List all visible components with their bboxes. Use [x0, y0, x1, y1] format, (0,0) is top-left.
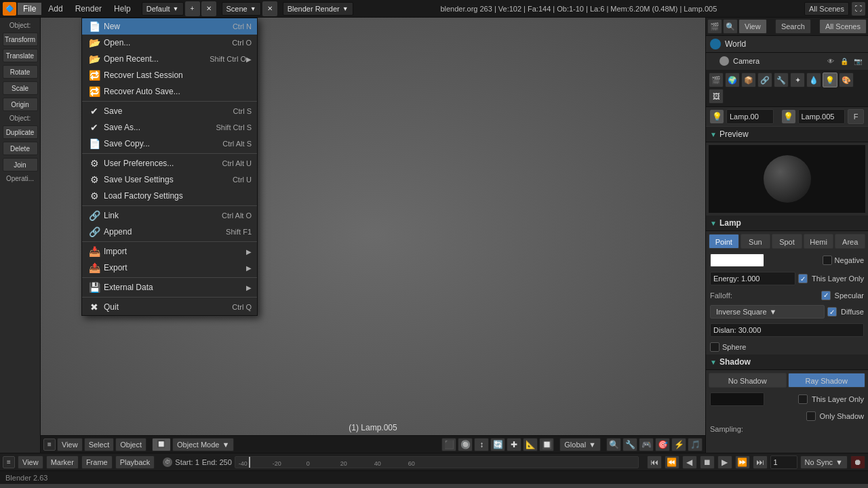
lamp-type-hemi[interactable]: Hemi [804, 234, 834, 249]
camera-restrict-btn[interactable]: 🔒 [838, 55, 850, 67]
jump-end-btn[interactable]: ⏭ [753, 455, 768, 469]
menu-item-open[interactable]: 📂 Open... Ctrl O [82, 35, 257, 51]
lamp-field[interactable]: Lamp.005 [798, 109, 846, 124]
menu-item-export[interactable]: 📤 Export ▶ [82, 260, 257, 276]
prop-tab-constraints[interactable]: 🔗 [757, 73, 772, 87]
view-btn[interactable]: View [57, 438, 83, 451]
vt-icon-1[interactable]: ⬛ [441, 438, 456, 451]
close-workspace-btn[interactable]: ✕ [201, 1, 216, 16]
prop-tab-particles[interactable]: ✦ [790, 73, 805, 87]
dist-field[interactable]: Dislan: 30.000 [710, 323, 864, 337]
diffuse-checkbox[interactable] [827, 307, 837, 317]
sidebar-delete-btn[interactable]: Delete [3, 142, 38, 155]
ray-shadow-btn[interactable]: Ray Shadow [788, 373, 866, 388]
vt-icon-10[interactable]: 🎮 [639, 438, 654, 451]
shadow-section-header[interactable]: ▼ Shadow [706, 354, 868, 370]
menu-item-save-copy[interactable]: 📄 Save Copy... Ctrl Alt S [82, 136, 257, 152]
next-frame-btn[interactable]: ⏩ [735, 455, 750, 469]
vt-icon-3[interactable]: ↕ [474, 438, 489, 451]
workspace-selector[interactable]: Default ▼ [142, 2, 184, 16]
menu-render[interactable]: Render [70, 3, 107, 15]
timeline-track[interactable]: -40 -20 0 20 40 60 [235, 456, 639, 468]
timeline-frame-btn[interactable]: Frame [81, 455, 113, 469]
camera-visibility-btn[interactable]: 👁 [825, 55, 837, 67]
current-frame-field[interactable]: 1 [770, 455, 797, 469]
preview-header[interactable]: ▼ Preview [706, 127, 868, 142]
timeline-playback-btn[interactable]: Playback [115, 455, 155, 469]
specular-checkbox[interactable] [821, 291, 831, 300]
sidebar-join-btn[interactable]: Join [3, 158, 38, 171]
menu-item-save-user[interactable]: ⚙ Save User Settings Ctrl U [82, 171, 257, 188]
menu-help[interactable]: Help [108, 3, 136, 15]
lamp-type-point[interactable]: Point [709, 234, 739, 249]
prop-tab-material[interactable]: 🎨 [839, 73, 854, 87]
timeline-record-btn[interactable]: ⏺ [850, 455, 865, 469]
menu-item-recover-last[interactable]: 🔁 Recover Last Session [82, 67, 257, 83]
sphere-checkbox[interactable] [710, 342, 719, 352]
lamp-type-area[interactable]: Area [835, 234, 865, 249]
timeline-marker-btn[interactable]: Marker [46, 455, 79, 469]
vt-icon-4[interactable]: 🔄 [490, 438, 505, 451]
vt-icon-7[interactable]: 🔲 [539, 438, 554, 451]
only-shadow-checkbox[interactable] [806, 411, 816, 421]
3d-viewport[interactable]: X Y Z (1) Lamp.005 📄 New Ctrl N 📂 Open..… [41, 18, 705, 453]
object-mode-btn[interactable]: Object Mode ▼ [172, 438, 234, 451]
inverse-square-btn[interactable]: Inverse Square ▼ [710, 305, 825, 319]
menu-item-link[interactable]: 🔗 Link Ctrl Alt O [82, 207, 257, 224]
prop-tab-scene[interactable]: 🎬 [709, 73, 724, 87]
menu-item-append[interactable]: 🔗 Append Shift F1 [82, 224, 257, 240]
viewport-object-icon[interactable]: 🔲 [152, 438, 171, 451]
vt-icon-13[interactable]: 🎵 [688, 438, 703, 451]
shadow-thislayer-checkbox[interactable] [798, 394, 808, 404]
negative-checkbox[interactable] [823, 256, 832, 265]
prop-tab-texture[interactable]: 🖼 [709, 89, 724, 104]
prop-tab-object[interactable]: 📦 [741, 73, 756, 87]
rp-icon-1[interactable]: 🎬 [707, 19, 722, 34]
jump-start-btn[interactable]: ⏮ [647, 455, 662, 469]
vt-icon-12[interactable]: ⚡ [671, 438, 686, 451]
search-tab-btn[interactable]: Search [775, 19, 811, 34]
menu-item-new[interactable]: 📄 New Ctrl N [82, 18, 257, 35]
this-layer-only-checkbox[interactable] [798, 274, 808, 283]
scene-close-btn[interactable]: ✕ [262, 1, 277, 16]
menu-item-recover-auto[interactable]: 🔁 Recover Auto Save... [82, 83, 257, 100]
vt-icon-5[interactable]: ✚ [507, 438, 521, 451]
scene-selector[interactable]: Scene ▼ [222, 2, 261, 16]
sidebar-translate-btn[interactable]: Translate [3, 49, 38, 62]
energy-field[interactable]: Energy: 1.000 [710, 272, 795, 285]
lamp-type-spot[interactable]: Spot [772, 234, 802, 249]
play-back-btn[interactable]: ◀ [682, 455, 697, 469]
menu-item-import[interactable]: 📥 Import ▶ [82, 243, 257, 260]
prop-tab-data[interactable]: 💡 [823, 73, 837, 87]
lamp-f-button[interactable]: F [848, 109, 864, 124]
camera-item[interactable]: Camera 👁 🔒 📷 [706, 53, 868, 70]
menu-item-save[interactable]: ✔ Save Ctrl S [82, 103, 257, 119]
play-btn[interactable]: ▶ [717, 455, 732, 469]
timeline-menu-icon[interactable]: ≡ [3, 456, 15, 468]
world-item[interactable]: World [706, 36, 868, 53]
all-scenes-btn[interactable]: All Scenes [804, 2, 849, 16]
prop-tab-modifiers[interactable]: 🔧 [774, 73, 789, 87]
viewport-menu-icon[interactable]: ≡ [43, 439, 56, 451]
no-sync-btn[interactable]: No Sync ▼ [800, 455, 848, 469]
menu-item-open-recent[interactable]: 📂 Open Recent... Shift Ctrl O ▶ [82, 51, 257, 67]
fullscreen-btn[interactable]: ⛶ [852, 2, 865, 16]
prev-frame-btn[interactable]: ⏪ [665, 455, 679, 469]
lamp-section-header[interactable]: ▼ Lamp [706, 216, 868, 231]
vt-icon-8[interactable]: 🔍 [606, 438, 621, 451]
menu-file[interactable]: File [18, 3, 41, 15]
menu-item-save-as[interactable]: ✔ Save As... Shift Ctrl S [82, 119, 257, 136]
no-shadow-btn[interactable]: No Shadow [709, 373, 787, 388]
shadow-color-swatch[interactable] [710, 392, 764, 406]
prop-tab-physics[interactable]: 💧 [806, 73, 821, 87]
rp-icon-2[interactable]: 🔍 [723, 19, 738, 34]
menu-item-user-prefs[interactable]: ⚙ User Preferences... Ctrl Alt U [82, 155, 257, 171]
sidebar-duplicate-btn[interactable]: Duplicate [3, 125, 38, 139]
vt-icon-11[interactable]: 🎯 [655, 438, 670, 451]
menu-item-quit[interactable]: ✖ Quit Ctrl Q [82, 299, 257, 315]
timeline-view-btn[interactable]: View [18, 455, 43, 469]
prop-tab-world[interactable]: 🌍 [725, 73, 740, 87]
vt-icon-9[interactable]: 🔧 [623, 438, 637, 451]
sidebar-transform-btn[interactable]: Transform [3, 33, 38, 46]
menu-item-factory-settings[interactable]: ⚙ Load Factory Settings [82, 188, 257, 204]
